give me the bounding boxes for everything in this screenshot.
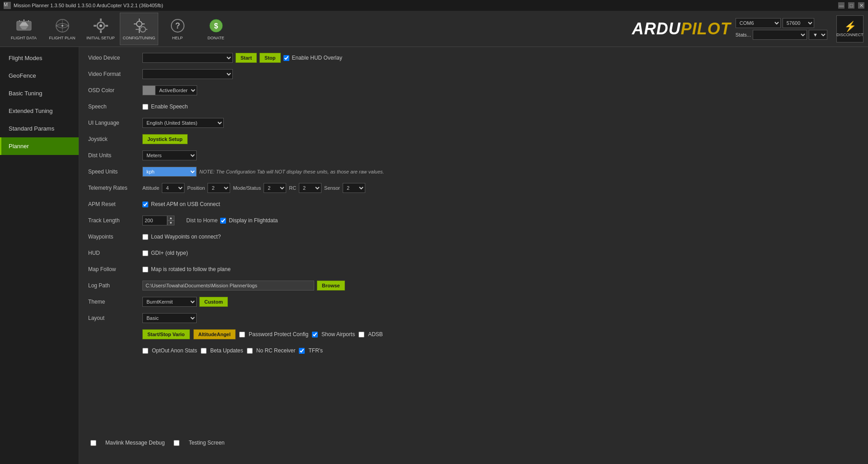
dist-units-label: Dist Units <box>88 152 142 159</box>
adsb-label: ADSB <box>368 331 383 337</box>
sidebar-basic-tuning-label: Basic Tuning <box>9 90 42 97</box>
logo-pilot: PILOT <box>681 19 731 38</box>
osd-color-row: OSD Color ActiveBorder Black White <box>88 84 859 97</box>
sidebar-item-standard-params[interactable]: Standard Params <box>0 120 79 137</box>
mode-status-select[interactable]: 2148 <box>264 183 286 193</box>
speed-units-select[interactable]: kph mph m/s knots <box>142 167 197 177</box>
speech-checkbox[interactable] <box>142 104 148 110</box>
disconnect-button[interactable]: ⚡ DISCONNECT <box>836 15 863 42</box>
joystick-row: Joystick Joystick Setup <box>88 133 859 145</box>
disconnect-icon: ⚡ <box>844 21 856 33</box>
map-follow-checkbox[interactable] <box>142 267 148 272</box>
osd-color-controls: ActiveBorder Black White <box>142 85 197 95</box>
dist-units-select[interactable]: Meters Feet <box>142 150 197 160</box>
com-port-select[interactable]: COM6 <box>736 18 781 28</box>
app-logo-icon: M <box>4 2 11 9</box>
mavlink-debug-checkbox[interactable] <box>90 440 96 446</box>
theme-select[interactable]: BurntKermit Default Blue <box>142 297 197 307</box>
mavlink-debug-label: Mavlink Message Debug <box>105 440 165 446</box>
sidebar-item-basic-tuning[interactable]: Basic Tuning <box>0 84 79 102</box>
no-rc-receiver-checkbox[interactable] <box>247 348 253 354</box>
sidebar-item-extended-tuning[interactable]: Extended Tuning <box>0 102 79 120</box>
theme-custom-button[interactable]: Custom <box>199 297 228 307</box>
track-length-down-button[interactable]: ▼ <box>167 220 175 225</box>
maximize-button[interactable]: □ <box>848 2 854 9</box>
initial-setup-label: INITIAL SETUP <box>86 36 115 41</box>
baud-rate-select[interactable]: 57600 <box>783 18 814 28</box>
log-path-input[interactable] <box>142 281 314 291</box>
track-length-controls: ▲ ▼ Dist to Home Display in Flightdata <box>142 216 278 225</box>
display-in-flightdata-checkbox[interactable] <box>220 218 226 224</box>
display-in-flightdata-label: Display in Flightdata <box>229 217 278 224</box>
layout-controls: Basic Advanced Minimal <box>142 313 197 323</box>
toolbar-initial-setup[interactable]: INITIAL SETUP <box>81 13 120 45</box>
track-length-label: Track Length <box>88 217 142 224</box>
hud-overlay-checkbox[interactable] <box>283 55 289 61</box>
disconnect-label: DISCONNECT <box>836 33 863 37</box>
video-start-button[interactable]: Start <box>236 53 257 63</box>
initial-setup-icon <box>92 17 110 35</box>
altitude-angel-button[interactable]: AltitudeAngel <box>193 329 236 339</box>
osd-color-select[interactable]: ActiveBorder Black White <box>155 85 197 95</box>
tfrs-label: TFR's <box>308 347 323 354</box>
waypoints-checkbox[interactable] <box>142 234 148 240</box>
start-stop-vario-button[interactable]: Start/Stop Vario <box>142 329 190 339</box>
stats-select[interactable] <box>753 30 807 40</box>
optout-label: OptOut Anon Stats <box>152 347 197 354</box>
video-format-select[interactable] <box>142 69 233 79</box>
svg-rect-15 <box>105 25 108 27</box>
rc-select[interactable]: 2148 <box>299 183 321 193</box>
hud-gdi-checkbox[interactable] <box>142 250 148 256</box>
toolbar-config-tuning[interactable]: CONFIG/TUNING <box>120 13 158 45</box>
sidebar-extended-tuning-label: Extended Tuning <box>9 108 53 114</box>
track-length-input[interactable] <box>142 216 167 225</box>
track-length-up-button[interactable]: ▲ <box>167 216 175 220</box>
toolbar-flight-plan[interactable]: FLIGHT PLAN <box>43 13 81 45</box>
video-stop-button[interactable]: Stop <box>259 53 280 63</box>
joystick-setup-button[interactable]: Joystick Setup <box>142 134 188 144</box>
toolbar-flight-data[interactable]: FLIGHT DATA <box>5 13 43 45</box>
joystick-controls: Joystick Setup <box>142 134 188 144</box>
help-icon: ? <box>169 17 187 35</box>
ui-language-select[interactable]: English (United States) Deutsch <box>142 118 224 128</box>
mode-status-label: Mode/Status <box>233 185 261 191</box>
beta-updates-checkbox[interactable] <box>201 348 207 354</box>
waypoints-label: Waypoints <box>88 234 142 240</box>
speech-checkbox-label: Enable Speech <box>151 103 188 110</box>
toolbar-donate[interactable]: $ DONATE <box>197 13 235 45</box>
layout-row: Layout Basic Advanced Minimal <box>88 312 859 324</box>
ui-language-row: UI Language English (United States) Deut… <box>88 117 859 129</box>
log-path-browse-button[interactable]: Browse <box>317 281 345 291</box>
sensor-select[interactable]: 2148 <box>343 183 365 193</box>
adsb-checkbox[interactable] <box>359 332 364 337</box>
toolbar-help[interactable]: ? HELP <box>158 13 197 45</box>
testing-screen-checkbox[interactable] <box>174 440 179 446</box>
rc-label: RC <box>289 185 296 191</box>
svg-point-11 <box>99 24 102 27</box>
minimize-button[interactable]: — <box>838 2 844 9</box>
password-protect-checkbox[interactable] <box>239 332 245 337</box>
show-airports-checkbox[interactable] <box>312 332 318 337</box>
flight-plan-icon <box>53 17 71 35</box>
position-select[interactable]: 2148 <box>208 183 230 193</box>
main-layout: Flight Modes GeoFence Basic Tuning Exten… <box>0 47 868 464</box>
video-device-select[interactable] <box>142 53 233 63</box>
track-length-spinner: ▲ ▼ <box>142 216 175 225</box>
close-button[interactable]: ✕ <box>858 2 864 9</box>
sidebar-flight-modes-label: Flight Modes <box>9 55 42 61</box>
sidebar-item-planner[interactable]: Planner <box>0 137 79 155</box>
layout-select[interactable]: Basic Advanced Minimal <box>142 313 197 323</box>
speech-label: Speech <box>88 103 142 110</box>
hud-controls: GDI+ (old type) <box>142 250 188 256</box>
sidebar-item-geofence[interactable]: GeoFence <box>0 67 79 84</box>
attitude-select[interactable]: 4128 <box>162 183 184 193</box>
optout-checkbox[interactable] <box>142 348 148 354</box>
tfrs-checkbox[interactable] <box>299 348 305 354</box>
logo-ardu: ARDU <box>632 19 681 38</box>
telemetry-rates-row: Telemetry Rates Attitude 4128 Position 2… <box>88 182 859 194</box>
stats-dropdown[interactable]: ▼ <box>809 30 827 40</box>
telemetry-rates-label: Telemetry Rates <box>88 185 142 191</box>
sidebar-item-flight-modes[interactable]: Flight Modes <box>0 49 79 67</box>
apm-reset-checkbox[interactable] <box>142 202 148 207</box>
waypoints-checkbox-label: Load Waypoints on connect? <box>151 234 221 240</box>
